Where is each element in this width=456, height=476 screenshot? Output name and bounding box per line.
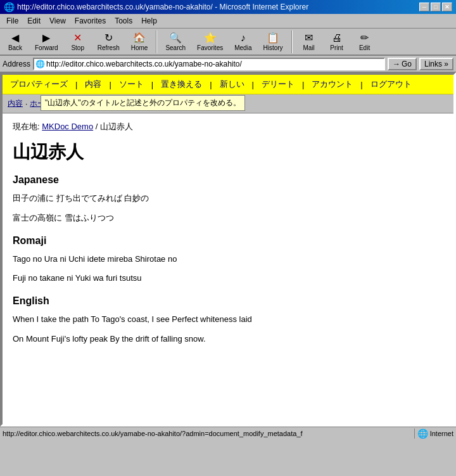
cms-nav-logout[interactable]: ログアウト <box>368 77 414 91</box>
media-button[interactable]: ♪ Media <box>230 30 256 53</box>
search-button[interactable]: 🔍 Search <box>161 30 190 53</box>
history-label: History <box>263 44 282 51</box>
address-input[interactable] <box>46 60 383 68</box>
address-bar: Address 🌐 → Go Links » <box>0 56 456 72</box>
minimize-button[interactable]: ─ <box>419 3 429 11</box>
japanese-verse-1: 田子の浦に 打ち出でてみれば 白妙の <box>13 192 443 205</box>
breadcrumb: 現在地: MKDoc Demo / 山辺赤人 <box>13 121 443 132</box>
home-icon: 🏠 <box>133 32 146 44</box>
go-arrow-icon: → <box>393 60 400 68</box>
favorites-label: Favorites <box>197 44 223 51</box>
media-icon: ♪ <box>241 32 246 44</box>
forward-icon: ▶ <box>42 32 50 44</box>
main-content: 現在地: MKDoc Demo / 山辺赤人 山辺赤人 Japanese 田子の… <box>3 113 453 360</box>
forward-button[interactable]: ▶ Forward <box>30 30 63 53</box>
refresh-label: Refresh <box>98 44 120 51</box>
mail-label: Mail <box>303 44 314 51</box>
cms-nav-new[interactable]: 新しい <box>217 77 247 91</box>
address-input-wrap: 🌐 <box>33 58 385 70</box>
edit-button[interactable]: ✏ Edit <box>352 30 377 53</box>
refresh-button[interactable]: ↻ Refresh <box>93 30 124 53</box>
menu-file[interactable]: File <box>3 15 22 27</box>
menu-edit[interactable]: Edit <box>23 15 44 27</box>
home-button[interactable]: 🏠 Home <box>127 30 153 53</box>
mail-icon: ✉ <box>305 32 313 44</box>
go-label: Go <box>402 60 412 68</box>
search-label: Search <box>165 44 186 51</box>
stop-button[interactable]: ✕ Stop <box>65 30 91 53</box>
forward-label: Forward <box>35 44 58 51</box>
page-icon: 🌐 <box>35 60 45 68</box>
globe-icon: 🌐 <box>417 428 428 439</box>
toolbar-separator <box>156 30 157 53</box>
media-label: Media <box>234 44 251 51</box>
romaji-verse-2: Fuji no takane ni Yuki wa furi tsutsu <box>13 272 443 285</box>
menu-tools[interactable]: Tools <box>111 15 136 27</box>
menu-view[interactable]: View <box>46 15 70 27</box>
favorites-icon: ⭐ <box>204 32 217 44</box>
edit-icon: ✏ <box>360 32 369 44</box>
stop-icon: ✕ <box>73 32 82 44</box>
english-verse-2: On Mount Fuji's lofty peak By the drift … <box>13 333 443 346</box>
page-content: プロパティーズ | 内容 | ソート | 置き換える | 新しい | デリート … <box>1 74 455 425</box>
tooltip: "山辺赤人"のタイトルと記述と外のプロパティを改める。 <box>41 95 245 111</box>
status-zone-label: Internet <box>430 430 453 437</box>
cms-nav-sort[interactable]: ソート <box>117 77 146 91</box>
edit-label: Edit <box>359 44 370 51</box>
title-bar: 🌐 http://editor.chico.webarchitects.co.u… <box>0 0 456 14</box>
back-label: Back <box>8 44 22 51</box>
history-icon: 📋 <box>267 32 279 44</box>
nav-link-content[interactable]: 内容 <box>8 98 23 109</box>
romaji-verse-1: Tago no Ura ni Uchi idete mireba Shirota… <box>13 253 443 266</box>
breadcrumb-separator: / <box>96 122 100 131</box>
page-title: 山辺赤人 <box>13 140 443 164</box>
links-button[interactable]: Links » <box>419 58 453 70</box>
breadcrumb-current: 山辺赤人 <box>100 122 133 131</box>
cms-nav-delete[interactable]: デリート <box>259 77 297 91</box>
menu-help[interactable]: Help <box>137 15 161 27</box>
toolbar: ◀ Back ▶ Forward ✕ Stop ↻ Refresh 🏠 Home… <box>0 29 456 56</box>
address-label: Address <box>3 60 30 68</box>
section-heading-romaji: Romaji <box>13 235 443 247</box>
back-button[interactable]: ◀ Back <box>3 30 28 53</box>
stop-label: Stop <box>71 44 84 51</box>
print-label: Print <box>330 44 343 51</box>
tooltip-text: "山辺赤人"のタイトルと記述と外のプロパティを改める。 <box>45 98 241 107</box>
cms-nav-content[interactable]: 内容 <box>82 77 104 91</box>
print-icon: 🖨 <box>332 32 342 44</box>
cms-nav: プロパティーズ | 内容 | ソート | 置き換える | 新しい | デリート … <box>3 75 453 94</box>
home-label: Home <box>131 44 148 51</box>
page-wrapper: プロパティーズ | 内容 | ソート | 置き換える | 新しい | デリート … <box>0 72 456 427</box>
status-url: http://editor.chico.webarchitects.co.uk/… <box>3 430 412 437</box>
cms-nav-account[interactable]: アカウント <box>309 77 355 91</box>
back-icon: ◀ <box>11 32 19 44</box>
status-bar: http://editor.chico.webarchitects.co.uk/… <box>0 427 456 439</box>
status-zone: 🌐 Internet <box>414 428 453 439</box>
links-label: Links » <box>424 60 448 68</box>
history-button[interactable]: 📋 History <box>258 30 287 53</box>
window-title: http://editor.chico.webarchitects.co.uk/… <box>17 3 308 11</box>
section-heading-japanese: Japanese <box>13 174 443 186</box>
close-button[interactable]: ✕ <box>442 3 452 11</box>
menu-bar: File Edit View Favorites Tools Help <box>0 14 456 29</box>
favorites-button[interactable]: ⭐ Favorites <box>193 30 227 53</box>
section-heading-english: English <box>13 295 443 307</box>
breadcrumb-prefix: 現在地: <box>13 122 40 131</box>
japanese-verse-2: 富士の高嶺に 雪はふりつつ <box>13 212 443 225</box>
toolbar-separator2 <box>291 30 293 53</box>
maximize-button[interactable]: □ <box>431 3 441 11</box>
english-verse-1: When I take the path To Tago's coast, I … <box>13 313 443 326</box>
mail-button[interactable]: ✉ Mail <box>296 30 322 53</box>
breadcrumb-site-link[interactable]: MKDoc Demo <box>42 122 93 131</box>
search-icon: 🔍 <box>169 32 182 44</box>
cms-nav-replace[interactable]: 置き換える <box>158 77 205 91</box>
print-button[interactable]: 🖨 Print <box>324 30 350 53</box>
go-button[interactable]: → Go <box>388 58 417 70</box>
browser-icon: 🌐 <box>4 2 15 12</box>
refresh-icon: ↻ <box>104 32 113 44</box>
cms-nav-properties[interactable]: プロパティーズ <box>8 77 70 91</box>
menu-favorites[interactable]: Favorites <box>71 15 110 27</box>
